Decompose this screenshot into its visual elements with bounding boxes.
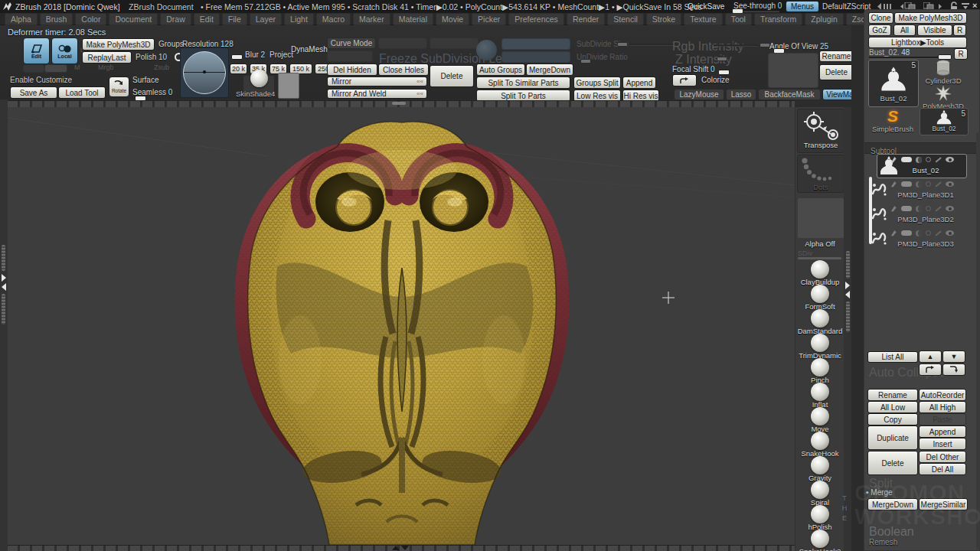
polish-slider[interactable]: Polish 10 [136, 53, 167, 61]
auto-groups-button[interactable]: Auto Groups [476, 64, 525, 76]
m-toggle[interactable]: M [74, 64, 80, 71]
insert-button[interactable]: Insert [919, 438, 966, 450]
colorize-arrow-button[interactable] [672, 74, 697, 86]
subtool-item-pm3d_plane3d2[interactable]: PM3D_Plane3D2 [864, 203, 979, 227]
circle-icon[interactable] [926, 230, 931, 236]
rgb-intensity-track[interactable] [714, 44, 758, 47]
dim-button[interactable] [327, 51, 373, 62]
del-other-button[interactable]: Del Other [919, 451, 966, 463]
mergedown-tool-button[interactable]: MergeDown [867, 498, 918, 510]
backfacemask-button[interactable]: BackfaceMask [758, 89, 821, 100]
menu-transform[interactable]: Transform [754, 13, 802, 25]
brush-damstandard[interactable]: DamStandard [795, 309, 844, 334]
all-high-button[interactable]: All High [919, 401, 966, 413]
brush-hpolish[interactable]: hPolish [795, 505, 844, 530]
dim-button[interactable] [23, 64, 44, 73]
left-tray-close-icon[interactable] [2, 283, 6, 291]
menu-document[interactable]: Document [109, 13, 158, 25]
curve-mode-button[interactable]: Curve Mode [327, 37, 376, 49]
del-all-button[interactable]: Del All [919, 463, 966, 475]
mirror-and-weld-button[interactable]: Mirror And Weld«« [327, 89, 427, 99]
split-to-similar-button[interactable]: Split To Similar Parts [476, 77, 570, 89]
menu-draw[interactable]: Draw [160, 13, 191, 25]
dim-button[interactable] [44, 64, 67, 73]
menu-color[interactable]: Color [75, 13, 106, 25]
subtool-item-bust_02[interactable]: Bust_02 [864, 154, 979, 178]
subtool-delete-button[interactable]: Delete [867, 451, 918, 475]
boolean-section-header[interactable]: Boolean [869, 525, 914, 539]
lasso-button[interactable]: Lasso [726, 89, 756, 100]
polypaint-toggle-icon[interactable] [901, 206, 912, 211]
lightbox-tools-button[interactable]: Lightbox▶Tools [868, 37, 967, 48]
transpose-brush[interactable]: Transpose [797, 109, 844, 153]
material-name[interactable]: SkinShade4 [236, 90, 275, 98]
focal-shift-handle[interactable] [718, 70, 730, 75]
rename-button[interactable]: Rename [819, 51, 854, 62]
autoreorder-button[interactable]: AutoReorder [919, 389, 966, 401]
visible-button[interactable]: Visible [917, 24, 952, 36]
visibility-eye-icon[interactable] [946, 157, 954, 162]
del-hidden-button[interactable]: Del Hidden [327, 64, 377, 76]
dim-button[interactable] [430, 37, 479, 49]
polypaint-brush-icon[interactable] [890, 205, 897, 212]
mergesimilar-button[interactable]: MergeSimilar [919, 498, 968, 510]
menu-material[interactable]: Material [393, 13, 433, 25]
brush-snakehook2[interactable]: SnakeHook2 [795, 530, 844, 551]
menu-marker[interactable]: Marker [353, 13, 390, 25]
make-polymesh3d-tool-button[interactable]: Make PolyMesh3D [894, 12, 967, 24]
brush-claybuildup[interactable]: ClayBuildup [795, 260, 844, 285]
dim-button[interactable] [378, 37, 427, 49]
mergedown-button[interactable]: MergeDown [526, 64, 573, 76]
dim-button[interactable] [501, 51, 570, 63]
r-button[interactable]: R [953, 24, 966, 36]
crescent-icon[interactable] [916, 230, 922, 236]
slash-icon[interactable] [936, 157, 942, 162]
menu-texture[interactable]: Texture [684, 13, 722, 25]
menu-movie[interactable]: Movie [436, 13, 469, 25]
clone-button[interactable]: Clone [868, 12, 893, 24]
stroke-preview[interactable]: Dots [797, 155, 844, 193]
rotate-button[interactable]: Rotate [109, 77, 129, 97]
subtool-item-pm3d_plane3d3[interactable]: PM3D_Plane3D3 [864, 227, 979, 251]
colorize-toggle[interactable]: Colorize [701, 76, 730, 84]
defaultzscript-button[interactable]: DefaultZScript [822, 2, 871, 11]
menu-edit[interactable]: Edit [194, 13, 220, 25]
crescent-icon[interactable] [916, 181, 922, 187]
right-tray-grip-bottom[interactable] [846, 302, 850, 332]
subtool-up-button[interactable]: ▲ [919, 350, 942, 363]
brush-inflat[interactable]: Inflat [795, 383, 844, 407]
polypaint-toggle-icon[interactable] [901, 181, 912, 187]
color-swatch[interactable] [278, 73, 299, 99]
menu-picker[interactable]: Picker [472, 13, 506, 25]
goz-button[interactable]: GoZ [868, 24, 891, 36]
replaylast-button[interactable]: ReplayLast [82, 51, 132, 64]
left-tray-grip-top[interactable] [2, 245, 5, 271]
undivide-ratio-handle[interactable] [580, 59, 591, 64]
subdivide-size-handle[interactable] [617, 42, 628, 47]
menu-light[interactable]: Light [284, 13, 314, 25]
menu-zplugin[interactable]: Zplugin [805, 13, 843, 25]
circle-icon[interactable] [926, 181, 931, 187]
project-toggle[interactable]: Project [270, 51, 293, 59]
sdiv-slider[interactable]: SDiv [798, 249, 812, 257]
menu-macro[interactable]: Macro [316, 13, 351, 25]
brush-gravity[interactable]: Gravity [795, 456, 844, 481]
menus-button[interactable]: Menus [786, 1, 819, 12]
circle-icon[interactable] [926, 157, 931, 162]
brush-pinch[interactable]: Pinch [795, 358, 844, 383]
menu-stroke[interactable]: Stroke [646, 13, 681, 25]
all-low-button[interactable]: All Low [867, 401, 918, 413]
menu-preferences[interactable]: Preferences [508, 13, 564, 25]
active-tool-slider[interactable]: Bust_02. 48 [869, 48, 910, 57]
menu-alpha[interactable]: Alpha [5, 13, 38, 25]
copy-button[interactable]: Copy [867, 413, 918, 425]
save-as-button[interactable]: Save As [10, 86, 57, 99]
brush-move[interactable]: Move [795, 407, 844, 432]
tool-thumb-simplebrush[interactable]: S SimpleBrush [868, 108, 917, 134]
dim-button[interactable] [501, 38, 570, 50]
right-tray-grip-top[interactable] [846, 251, 850, 279]
sdiv-track[interactable] [798, 257, 841, 259]
menu-stencil[interactable]: Stencil [607, 13, 644, 25]
crescent-icon[interactable] [916, 157, 922, 163]
r2-button[interactable]: R [954, 48, 968, 60]
